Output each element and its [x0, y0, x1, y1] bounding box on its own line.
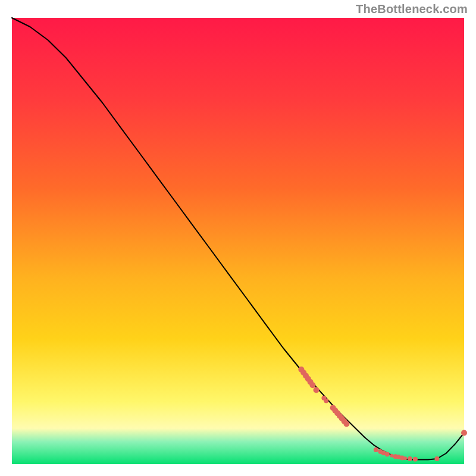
gradient-background [12, 18, 464, 464]
bottleneck-chart [0, 0, 476, 476]
data-dot [374, 447, 378, 452]
data-dot [461, 430, 467, 436]
data-dot [314, 387, 320, 393]
chart-stage: TheBottleneck.com [0, 0, 476, 476]
data-dot [309, 382, 315, 388]
data-dot [324, 399, 328, 403]
data-dot [413, 457, 418, 462]
data-dot [408, 456, 412, 461]
data-dot [434, 456, 439, 461]
data-dot [390, 454, 393, 458]
data-dot [403, 456, 407, 460]
data-dot [385, 452, 390, 457]
data-dot [343, 421, 349, 427]
